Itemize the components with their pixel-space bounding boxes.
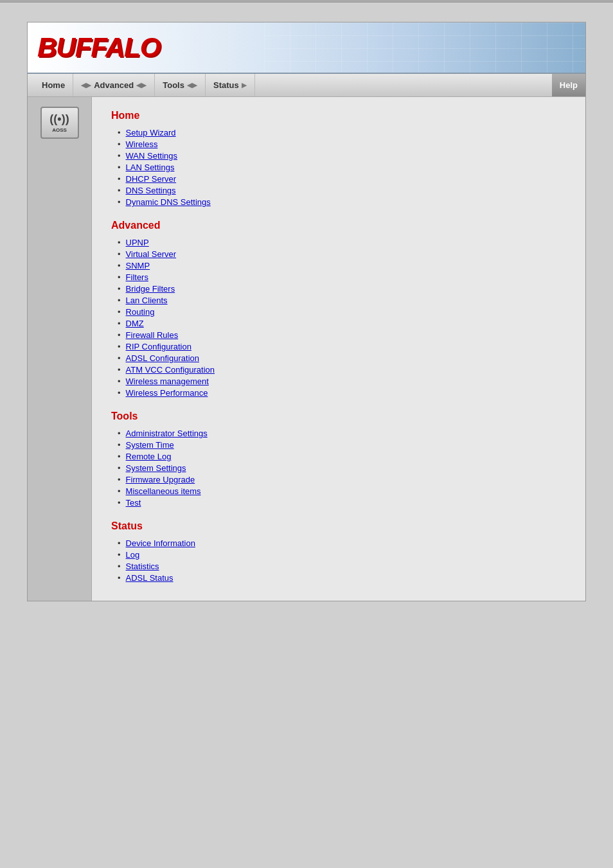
list-item: Lan Clients <box>118 296 566 305</box>
list-item: Routing <box>118 307 566 317</box>
link-wireless-management[interactable]: Wireless management <box>126 376 209 386</box>
list-item: ATM VCC Configuration <box>118 365 566 375</box>
list-item: DNS Settings <box>118 186 566 195</box>
link-dynamic-dns-settings[interactable]: Dynamic DNS Settings <box>126 197 211 207</box>
link-remote-log[interactable]: Remote Log <box>126 452 172 461</box>
link-upnp[interactable]: UPNP <box>126 238 149 247</box>
home-link-list: Setup Wizard Wireless WAN Settings LAN S… <box>118 128 566 207</box>
list-item: Filters <box>118 272 566 282</box>
list-item: System Settings <box>118 463 566 473</box>
nav-home-label: Home <box>42 80 65 90</box>
list-item: Bridge Filters <box>118 284 566 294</box>
link-snmp[interactable]: SNMP <box>126 261 150 270</box>
nav-items: Home ◀▶ Advanced ◀▶ Tools ◀▶ Status ▶ He… <box>28 74 585 96</box>
list-item: Device Information <box>118 538 566 548</box>
link-firmware-upgrade[interactable]: Firmware Upgrade <box>126 475 195 484</box>
nav-status-label: Status <box>213 80 239 90</box>
link-rip-configuration[interactable]: RIP Configuration <box>126 342 191 351</box>
list-item: Virtual Server <box>118 249 566 259</box>
nav-tools-icon: ◀▶ <box>187 82 197 89</box>
section-advanced-title: Advanced <box>111 220 566 231</box>
link-dhcp-server[interactable]: DHCP Server <box>126 174 177 184</box>
list-item: RIP Configuration <box>118 342 566 351</box>
link-wan-settings[interactable]: WAN Settings <box>126 151 177 161</box>
tools-link-list: Administrator Settings System Time Remot… <box>118 429 566 508</box>
link-bridge-filters[interactable]: Bridge Filters <box>126 284 175 294</box>
list-item: Log <box>118 550 566 560</box>
nav-bar: Home ◀▶ Advanced ◀▶ Tools ◀▶ Status ▶ He… <box>28 74 585 97</box>
list-item: SNMP <box>118 261 566 270</box>
link-wireless-performance[interactable]: Wireless Performance <box>126 388 208 398</box>
nav-help-label: Help <box>560 80 578 90</box>
router-frame: BUFFALO Home ◀▶ Advanced ◀▶ Tools ◀▶ <box>27 22 586 601</box>
nav-status-icon: ▶ <box>242 82 247 89</box>
link-virtual-server[interactable]: Virtual Server <box>126 249 177 259</box>
list-item: Wireless Performance <box>118 388 566 398</box>
list-item: Statistics <box>118 562 566 571</box>
link-setup-wizard[interactable]: Setup Wizard <box>126 128 176 137</box>
link-adsl-configuration[interactable]: ADSL Configuration <box>126 353 199 363</box>
link-dns-settings[interactable]: DNS Settings <box>126 186 176 195</box>
aoss-button[interactable]: ((•)) AOSS <box>40 107 79 139</box>
link-system-settings[interactable]: System Settings <box>126 463 186 473</box>
nav-status[interactable]: Status ▶ <box>206 74 255 96</box>
header-decoration <box>264 22 585 74</box>
list-item: Test <box>118 498 566 508</box>
list-item: System Time <box>118 440 566 450</box>
list-item: Wireless <box>118 139 566 149</box>
wifi-icon: ((•)) <box>49 112 69 126</box>
section-home-title: Home <box>111 110 566 121</box>
link-dmz[interactable]: DMZ <box>126 319 144 328</box>
link-wireless[interactable]: Wireless <box>126 139 158 149</box>
content-area: Home Setup Wizard Wireless WAN Settings … <box>92 97 585 601</box>
link-test[interactable]: Test <box>126 498 141 508</box>
list-item: ADSL Configuration <box>118 353 566 363</box>
brand-logo: BUFFALO <box>37 32 160 63</box>
link-administrator-settings[interactable]: Administrator Settings <box>126 429 208 438</box>
list-item: Miscellaneous items <box>118 486 566 496</box>
link-statistics[interactable]: Statistics <box>126 562 159 571</box>
list-item: Wireless management <box>118 376 566 386</box>
section-status-title: Status <box>111 520 566 532</box>
aoss-label: AOSS <box>52 127 67 133</box>
nav-help[interactable]: Help <box>552 74 585 96</box>
nav-tools-label: Tools <box>163 80 184 90</box>
page-wrapper: BUFFALO Home ◀▶ Advanced ◀▶ Tools ◀▶ <box>0 3 613 621</box>
link-lan-clients[interactable]: Lan Clients <box>126 296 168 305</box>
advanced-link-list: UPNP Virtual Server SNMP Filters Bridge … <box>118 238 566 398</box>
list-item: Administrator Settings <box>118 429 566 438</box>
link-filters[interactable]: Filters <box>126 272 148 282</box>
list-item: UPNP <box>118 238 566 247</box>
link-atm-vcc-configuration[interactable]: ATM VCC Configuration <box>126 365 215 375</box>
list-item: WAN Settings <box>118 151 566 161</box>
nav-home[interactable]: Home <box>34 74 73 96</box>
link-system-time[interactable]: System Time <box>126 440 174 450</box>
list-item: Setup Wizard <box>118 128 566 137</box>
link-device-information[interactable]: Device Information <box>126 538 195 548</box>
list-item: DMZ <box>118 319 566 328</box>
nav-tools[interactable]: Tools ◀▶ <box>155 74 206 96</box>
link-lan-settings[interactable]: LAN Settings <box>126 163 175 172</box>
link-log[interactable]: Log <box>126 550 140 560</box>
list-item: DHCP Server <box>118 174 566 184</box>
section-tools-title: Tools <box>111 411 566 422</box>
router-header: BUFFALO <box>28 22 585 74</box>
sidebar: ((•)) AOSS <box>28 97 92 601</box>
nav-advanced[interactable]: ◀▶ Advanced ◀▶ <box>73 74 155 96</box>
list-item: ADSL Status <box>118 573 566 583</box>
main-layout: ((•)) AOSS Home Setup Wizard Wireless WA… <box>28 97 585 601</box>
link-firewall-rules[interactable]: Firewall Rules <box>126 330 179 340</box>
link-adsl-status[interactable]: ADSL Status <box>126 573 173 583</box>
nav-advanced-icon-left: ◀▶ <box>81 82 91 89</box>
link-miscellaneous-items[interactable]: Miscellaneous items <box>126 486 201 496</box>
list-item: Dynamic DNS Settings <box>118 197 566 207</box>
nav-advanced-label: Advanced <box>94 80 134 90</box>
link-routing[interactable]: Routing <box>126 307 155 317</box>
list-item: Remote Log <box>118 452 566 461</box>
list-item: Firmware Upgrade <box>118 475 566 484</box>
nav-advanced-icon-right: ◀▶ <box>136 82 147 89</box>
list-item: LAN Settings <box>118 163 566 172</box>
list-item: Firewall Rules <box>118 330 566 340</box>
status-link-list: Device Information Log Statistics ADSL S… <box>118 538 566 583</box>
